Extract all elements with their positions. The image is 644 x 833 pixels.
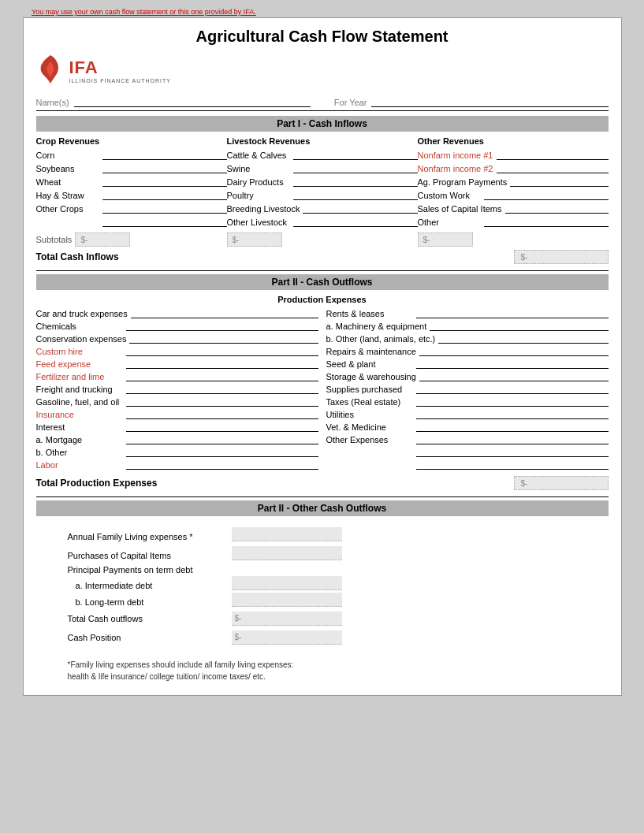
exp-fertilizer-input[interactable] (126, 370, 318, 381)
livestock-breeding-input[interactable] (303, 203, 417, 214)
exp-freight-input[interactable] (126, 383, 318, 394)
annual-family-input[interactable] (232, 527, 342, 541)
livestock-subtotal-value[interactable]: $- (227, 232, 282, 247)
exp-supplies-input[interactable] (416, 383, 609, 394)
livestock-other-input[interactable] (293, 216, 418, 227)
cash-position-value[interactable]: $- (232, 630, 342, 645)
name-input-line[interactable] (74, 96, 311, 107)
crop-blank-input[interactable] (102, 216, 227, 227)
exp-other-expenses: Other Expenses (326, 433, 609, 444)
year-input-line[interactable] (371, 96, 608, 107)
exp-interest-label: Interest (36, 422, 123, 432)
exp-other-b-input[interactable] (126, 446, 318, 457)
exp-insurance-label: Insurance (36, 410, 123, 419)
exp-blank1-label (326, 448, 413, 457)
exp-insurance-input[interactable] (126, 408, 318, 419)
other-nonfarm1-input[interactable] (497, 149, 609, 160)
crop-other-row: Other Crops (36, 203, 227, 214)
exp-freight-label: Freight and trucking (36, 385, 123, 394)
exp-repairs: Repairs & maintenance (326, 345, 609, 356)
exp-other-land-label: b. Other (land, animals, etc.) (326, 334, 436, 344)
longterm-debt-row: b. Long-term debt (68, 593, 609, 607)
crop-soybeans-input[interactable] (102, 162, 227, 173)
exp-labor: Labor (36, 459, 318, 470)
crop-wheat-input[interactable] (102, 176, 227, 187)
other-subtotal-value[interactable]: $- (418, 232, 473, 247)
total-cash-outflows-value[interactable]: $- (232, 612, 342, 626)
exp-rents-input[interactable] (416, 307, 609, 318)
longterm-debt-input[interactable] (232, 593, 342, 607)
part2-other-header: Part II - Other Cash Outflows (36, 500, 609, 516)
livestock-breeding-label: Breeding Livestock (227, 204, 300, 214)
crop-subtotal-value[interactable]: $- (75, 232, 130, 247)
other-nonfarm1-label: Nonfarm income #1 (418, 151, 493, 160)
other-capital-input[interactable] (505, 203, 609, 214)
livestock-other-row: Other Livestock (227, 216, 418, 227)
crop-wheat-label: Wheat (36, 177, 99, 187)
exp-custom-hire: Custom hire (36, 345, 318, 356)
livestock-swine-input[interactable] (293, 162, 418, 173)
livestock-dairy-label: Dairy Products (227, 177, 290, 187)
livestock-dairy-input[interactable] (293, 176, 418, 187)
exp-seed: Seed & plant (326, 358, 609, 369)
exp-gasoline-input[interactable] (126, 396, 318, 407)
exp-feed-input[interactable] (126, 358, 318, 369)
other-custom-input[interactable] (484, 189, 609, 200)
longterm-debt-label: b. Long-term debt (68, 597, 225, 607)
exp-chemicals-label: Chemicals (36, 322, 123, 331)
principal-block: Principal Payments on term debt a. Inter… (36, 565, 609, 607)
livestock-cattle-label: Cattle & Calves (227, 151, 290, 160)
exp-labor-input[interactable] (126, 459, 318, 470)
other-nonfarm1-row: Nonfarm income #1 (418, 149, 609, 160)
total-inflows-value[interactable]: $- (514, 250, 609, 264)
exp-conservation-input[interactable] (129, 333, 318, 344)
crop-blank-label (36, 218, 99, 227)
livestock-breeding-row: Breeding Livestock (227, 203, 418, 214)
exp-interest-input[interactable] (126, 421, 318, 432)
exp-car-truck: Car and truck expenses (36, 307, 318, 318)
exp-utilities-input[interactable] (416, 408, 609, 419)
livestock-cattle-input[interactable] (293, 149, 418, 160)
total-inflows-label: Total Cash Inflows (36, 251, 514, 262)
exp-vet-label: Vet. & Medicine (326, 422, 413, 432)
livestock-swine-label: Swine (227, 164, 290, 173)
exp-storage: Storage & warehousing (326, 370, 609, 381)
other-nonfarm2-input[interactable] (497, 162, 609, 173)
exp-taxes-input[interactable] (416, 396, 609, 407)
exp-machinery-input[interactable] (430, 320, 608, 331)
interm-debt-input[interactable] (232, 576, 342, 590)
revenue-column-headers: Crop Revenues Livestock Revenues Other R… (36, 136, 609, 146)
crop-other-input[interactable] (102, 203, 227, 214)
exp-other-land-input[interactable] (438, 333, 608, 344)
name-year-row: Name(s) For Year (36, 96, 609, 111)
exp-vet-input[interactable] (416, 421, 609, 432)
crop-hay-input[interactable] (102, 189, 227, 200)
exp-seed-input[interactable] (416, 358, 609, 369)
exp-repairs-input[interactable] (419, 345, 609, 356)
exp-mortgage-input[interactable] (126, 433, 318, 444)
exp-supplies-label: Supplies purchased (326, 385, 413, 394)
purchases-capital-input[interactable] (232, 546, 342, 560)
exp-blank1-input[interactable] (416, 446, 609, 457)
exp-blank2-input[interactable] (416, 459, 609, 470)
exp-other-expenses-input[interactable] (416, 433, 609, 444)
total-prod-value[interactable]: $- (514, 476, 609, 490)
exp-chemicals: Chemicals (36, 320, 318, 331)
other-custom-label: Custom Work (418, 191, 481, 200)
revenue-rows: Corn Soybeans Wheat Hay & Straw Other Cr… (36, 149, 609, 228)
exp-utilities: Utilities (326, 408, 609, 419)
crop-corn-input[interactable] (102, 149, 227, 160)
exp-insurance: Insurance (36, 408, 318, 419)
other-agprog-input[interactable] (510, 176, 608, 187)
livestock-poultry-input[interactable] (293, 189, 418, 200)
exp-machinery: a. Machinery & equipment (326, 320, 609, 331)
exp-chemicals-input[interactable] (126, 320, 318, 331)
exp-car-truck-input[interactable] (131, 307, 318, 318)
exp-other-b: b. Other (36, 446, 318, 457)
exp-mortgage: a. Mortgage (36, 433, 318, 444)
other-agprog-label: Ag. Program Payments (418, 177, 508, 187)
other-other-input[interactable] (484, 216, 609, 227)
exp-storage-input[interactable] (419, 370, 609, 381)
livestock-revenue-col: Cattle & Calves Swine Dairy Products Pou… (227, 149, 418, 228)
exp-custom-hire-input[interactable] (126, 345, 318, 356)
